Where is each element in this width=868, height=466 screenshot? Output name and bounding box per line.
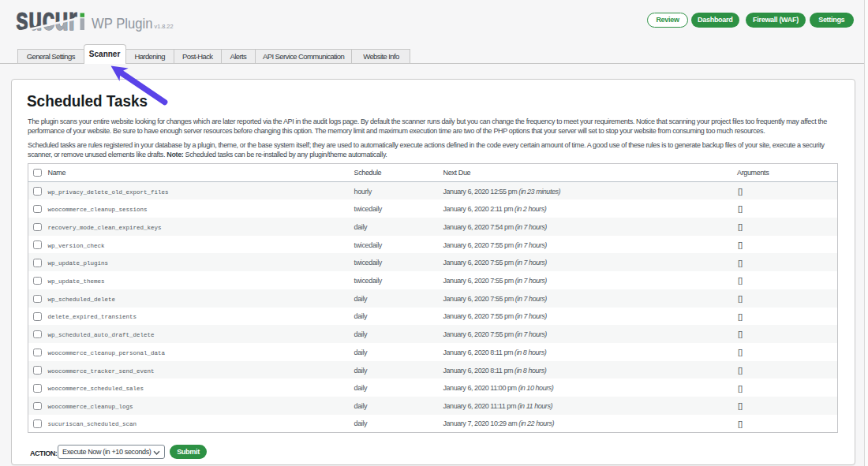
svg-text:v1.8.22: v1.8.22 <box>155 23 174 30</box>
svg-text:WP Plugin: WP Plugin <box>92 15 153 32</box>
